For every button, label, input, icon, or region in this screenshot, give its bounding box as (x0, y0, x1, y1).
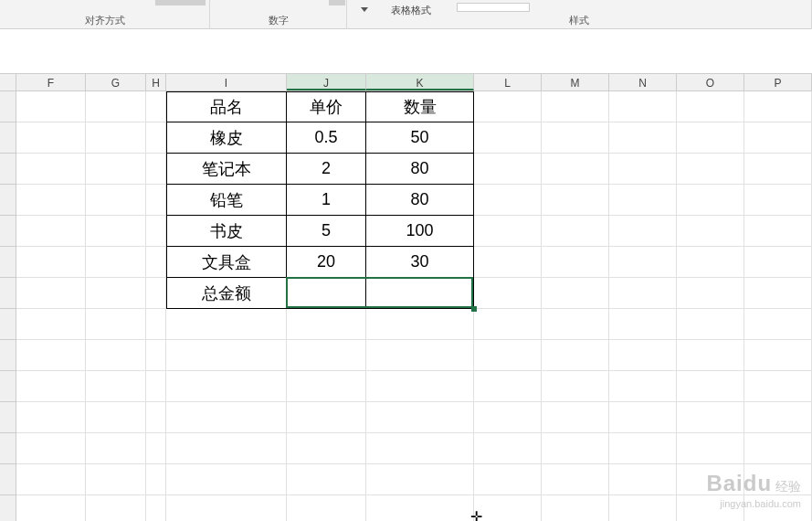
cell[interactable]: 30 (366, 247, 474, 278)
cell[interactable] (542, 433, 609, 464)
cell[interactable] (609, 464, 677, 495)
cell[interactable] (287, 371, 366, 402)
cell[interactable] (146, 154, 166, 185)
cell[interactable] (166, 340, 287, 371)
cell[interactable] (146, 185, 166, 216)
cell[interactable] (366, 278, 474, 309)
cell[interactable]: 100 (366, 216, 474, 247)
cell[interactable] (146, 91, 166, 122)
cell[interactable] (366, 433, 474, 464)
cell[interactable] (86, 122, 146, 154)
cell[interactable] (366, 340, 474, 371)
cell[interactable] (86, 185, 146, 216)
cell[interactable] (744, 122, 812, 154)
cell[interactable] (166, 433, 287, 464)
cell[interactable] (542, 464, 609, 495)
cell[interactable] (744, 309, 812, 340)
cell[interactable] (744, 495, 812, 521)
cell[interactable] (542, 122, 609, 154)
cell[interactable] (609, 309, 677, 340)
cell[interactable] (16, 464, 86, 495)
cell[interactable] (166, 309, 287, 340)
cell[interactable] (744, 371, 812, 402)
cell[interactable] (542, 495, 609, 521)
cell[interactable] (744, 433, 812, 464)
cell[interactable] (677, 309, 744, 340)
cell[interactable] (744, 91, 812, 122)
row-header[interactable] (0, 340, 16, 371)
cell[interactable] (542, 216, 609, 247)
cell[interactable] (609, 278, 677, 309)
cell[interactable] (366, 402, 474, 433)
cell[interactable] (609, 247, 677, 278)
cell[interactable] (474, 309, 542, 340)
cell[interactable] (677, 464, 744, 495)
cell[interactable]: 数量 (366, 91, 474, 122)
cell[interactable] (86, 464, 146, 495)
column-header-F[interactable]: F (16, 74, 86, 90)
cell[interactable] (677, 371, 744, 402)
cell[interactable] (474, 464, 542, 495)
row-header[interactable] (0, 495, 16, 521)
cell[interactable] (677, 433, 744, 464)
cell[interactable] (474, 278, 542, 309)
cell[interactable]: 铅笔 (166, 185, 287, 216)
cell[interactable] (609, 91, 677, 122)
cell[interactable]: 50 (366, 122, 474, 154)
column-header-O[interactable]: O (677, 74, 744, 90)
cell[interactable] (166, 464, 287, 495)
row-header[interactable] (0, 185, 16, 216)
cell[interactable] (287, 433, 366, 464)
cell[interactable] (542, 309, 609, 340)
cell[interactable] (146, 247, 166, 278)
cell[interactable] (86, 402, 146, 433)
cell[interactable] (86, 278, 146, 309)
cell[interactable] (16, 309, 86, 340)
cell[interactable]: 单价 (287, 91, 366, 122)
cell[interactable] (677, 247, 744, 278)
column-header-H[interactable]: H (146, 74, 166, 90)
cell[interactable] (366, 464, 474, 495)
cell[interactable] (86, 433, 146, 464)
row-header[interactable] (0, 216, 16, 247)
cell[interactable] (16, 402, 86, 433)
cell[interactable] (146, 340, 166, 371)
cell[interactable]: 橡皮 (166, 122, 287, 154)
cell[interactable] (86, 154, 146, 185)
cell[interactable] (16, 185, 86, 216)
cell[interactable] (744, 340, 812, 371)
cell-grid[interactable]: 品名单价数量橡皮0.550笔记本280铅笔180书皮5100文具盒2030总金额 (0, 91, 812, 521)
cell[interactable] (366, 309, 474, 340)
dropdown-icon[interactable] (361, 7, 368, 12)
cell[interactable] (474, 340, 542, 371)
cell[interactable] (474, 185, 542, 216)
cell[interactable] (146, 122, 166, 154)
cell[interactable] (744, 154, 812, 185)
cell[interactable] (744, 278, 812, 309)
cell[interactable] (744, 185, 812, 216)
cell[interactable] (366, 495, 474, 521)
cell[interactable] (542, 91, 609, 122)
cell[interactable] (609, 433, 677, 464)
cell[interactable] (474, 122, 542, 154)
cell[interactable] (86, 495, 146, 521)
cell[interactable]: 5 (287, 216, 366, 247)
cell[interactable] (287, 495, 366, 521)
cell[interactable] (609, 122, 677, 154)
cell[interactable]: 80 (366, 185, 474, 216)
cell[interactable] (744, 247, 812, 278)
cell[interactable] (146, 371, 166, 402)
cell[interactable] (542, 278, 609, 309)
cell[interactable] (474, 154, 542, 185)
cell[interactable] (146, 402, 166, 433)
column-header-M[interactable]: M (542, 74, 609, 90)
row-header[interactable] (0, 91, 16, 122)
cell[interactable] (677, 216, 744, 247)
cell[interactable] (16, 433, 86, 464)
cell[interactable] (86, 216, 146, 247)
column-header-G[interactable]: G (86, 74, 146, 90)
cell[interactable] (287, 402, 366, 433)
cell[interactable] (287, 278, 366, 309)
cell[interactable] (677, 340, 744, 371)
cell[interactable] (677, 122, 744, 154)
